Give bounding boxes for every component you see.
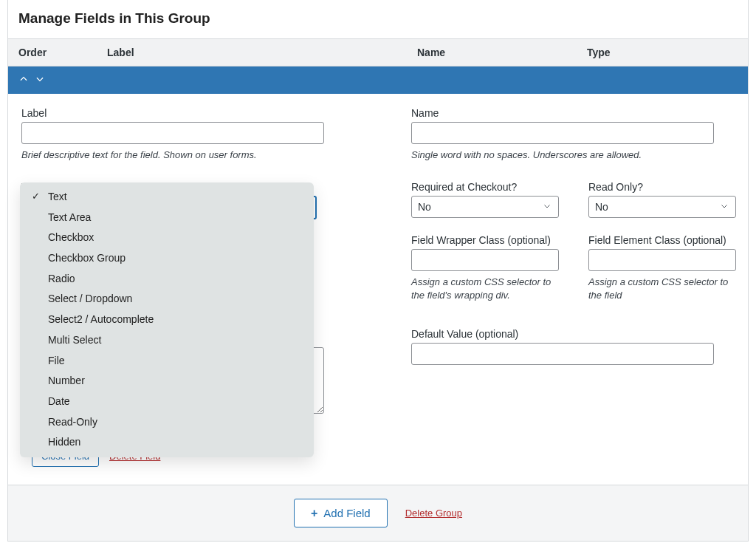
wrapper-class-hint: Assign a custom CSS selector to the fiel… <box>411 276 559 302</box>
grid-col-label: Label <box>107 47 417 58</box>
grid-col-name: Name <box>417 47 587 58</box>
element-class-hint: Assign a custom CSS selector to the fiel… <box>588 276 736 302</box>
field-row-header[interactable] <box>8 66 748 94</box>
wrapper-class-label: Field Wrapper Class (optional) <box>411 234 559 246</box>
default-value-input[interactable] <box>411 343 714 365</box>
grid-header: Order Label Name Type <box>8 38 748 66</box>
type-option[interactable]: Checkbox Group <box>20 248 314 269</box>
type-option[interactable]: Select / Dropdown <box>20 289 314 310</box>
add-field-label: Add Field <box>323 507 370 519</box>
name-field-label: Name <box>411 107 736 119</box>
name-input[interactable] <box>411 122 714 144</box>
field-editor: Label Brief descriptive text for the fie… <box>8 94 748 485</box>
type-option[interactable]: Hidden <box>20 432 314 453</box>
readonly-select[interactable]: No <box>588 196 736 218</box>
element-class-label: Field Element Class (optional) <box>588 234 736 246</box>
label-field-label: Label <box>21 107 376 119</box>
type-option[interactable]: Date <box>20 392 314 412</box>
group-footer: + Add Field Delete Group <box>7 485 749 542</box>
element-class-input[interactable] <box>588 249 736 271</box>
type-option[interactable]: File <box>20 351 314 372</box>
default-value-label: Default Value (optional) <box>411 328 736 340</box>
type-dropdown[interactable]: TextText AreaCheckboxCheckbox GroupRadio… <box>20 182 314 457</box>
required-label: Required at Checkout? <box>411 181 559 193</box>
plus-icon: + <box>311 508 317 519</box>
type-option[interactable]: Text <box>20 187 314 208</box>
chevron-up-icon[interactable] <box>18 74 29 86</box>
readonly-label: Read Only? <box>588 181 736 193</box>
delete-group-link[interactable]: Delete Group <box>405 508 462 519</box>
grid-col-type: Type <box>587 47 738 58</box>
type-option[interactable]: Select2 / Autocomplete <box>20 310 314 330</box>
label-input[interactable] <box>21 122 324 144</box>
type-option[interactable]: Text Area <box>20 208 314 228</box>
grid-col-order: Order <box>18 47 107 58</box>
wrapper-class-input[interactable] <box>411 249 559 271</box>
type-option[interactable]: Multi Select <box>20 330 314 351</box>
name-hint: Single word with no spaces. Underscores … <box>411 148 736 162</box>
fields-panel: Manage Fields in This Group Order Label … <box>7 0 749 485</box>
type-option[interactable]: Number <box>20 371 314 392</box>
required-select[interactable]: No <box>411 196 559 218</box>
type-option[interactable]: Checkbox <box>20 228 314 248</box>
add-field-button[interactable]: + Add Field <box>294 499 388 527</box>
panel-title: Manage Fields in This Group <box>8 0 748 38</box>
type-option[interactable]: Read-Only <box>20 412 314 433</box>
chevron-down-icon[interactable] <box>35 74 45 86</box>
type-option[interactable]: Radio <box>20 269 314 290</box>
label-hint: Brief descriptive text for the field. Sh… <box>21 148 376 162</box>
